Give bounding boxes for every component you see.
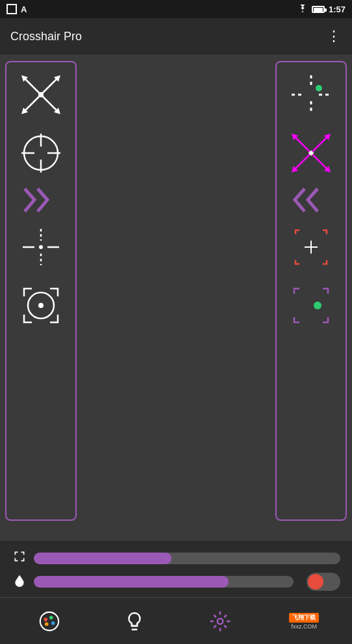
svg-line-26 [295,137,310,152]
svg-point-44 [218,618,223,624]
opacity-slider-fill [34,576,229,588]
app-bar: Crosshair Pro ⋮ [0,18,352,54]
battery-icon [312,6,325,13]
target-crosshair[interactable] [15,280,67,331]
opacity-slider-row [12,573,340,591]
svg-point-20 [38,303,44,308]
svg-point-38 [40,612,58,630]
toggle-switch[interactable] [307,573,340,591]
status-square-icon [6,4,17,14]
status-bar: A 1:57 [0,0,352,18]
more-options-button[interactable]: ⋮ [327,28,342,45]
svg-line-2 [42,78,57,93]
status-a-label: A [21,5,27,14]
toggle-container[interactable] [307,573,340,591]
red-bracket-crosshair[interactable] [285,221,337,273]
bulb-nav-item[interactable] [118,605,151,638]
svg-line-28 [312,137,327,152]
svg-point-41 [51,621,55,625]
svg-point-25 [316,85,322,91]
status-right: 1:57 [297,5,346,14]
watermark: 飞翔下载 fxxz.COM [289,613,319,630]
magenta-x-crosshair[interactable] [285,127,337,179]
x-crosshair[interactable] [15,69,67,121]
settings-nav-item[interactable] [204,605,236,638]
main-content [0,54,352,527]
svg-line-27 [312,154,327,169]
bottom-controls [0,541,352,597]
expand-icon [12,550,27,566]
watermark-com: COM [303,623,317,630]
size-slider[interactable] [34,553,340,564]
circle-crosshair[interactable] [15,127,67,179]
toggle-knob [308,574,323,590]
status-time: 1:57 [329,5,346,14]
dot-top-crosshair[interactable] [285,69,337,121]
svg-line-0 [25,78,40,93]
chevron-left-icon[interactable] [292,185,331,215]
svg-point-40 [49,615,53,619]
svg-point-37 [314,302,321,309]
droplet-icon [12,574,27,590]
svg-line-29 [295,154,310,169]
size-slider-fill [34,553,171,564]
wifi-icon [297,5,308,14]
svg-line-1 [42,96,57,111]
app-title: Crosshair Pro [10,30,82,43]
svg-line-3 [25,96,40,111]
svg-point-18 [39,245,43,249]
watermark-brand: 飞翔下载 [289,613,319,623]
svg-point-39 [44,617,47,621]
palette-nav-item[interactable] [33,605,66,638]
watermark-domain: fxxz.COM [291,623,317,630]
dot-crosshair[interactable] [15,221,67,273]
size-slider-row [12,550,340,566]
svg-point-8 [38,92,44,97]
center-area [77,61,275,521]
purple-bracket-crosshair[interactable] [285,280,337,331]
status-left: A [6,4,27,14]
right-panel [275,61,347,521]
chevron-right-icon[interactable] [21,185,60,215]
svg-point-42 [45,622,49,626]
left-panel [5,61,77,521]
opacity-slider[interactable] [34,576,294,588]
bottom-nav: 飞翔下载 fxxz.COM [0,597,352,644]
